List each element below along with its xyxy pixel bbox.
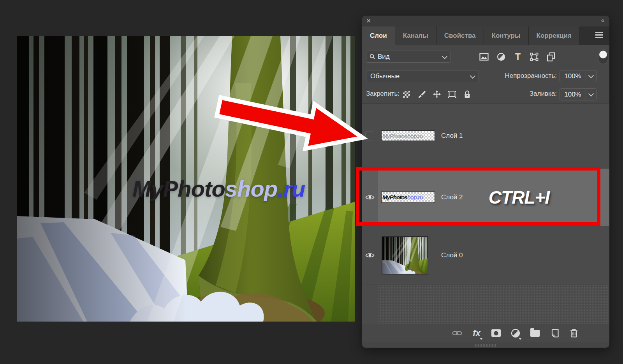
panel-resize-strip [362, 342, 609, 348]
close-icon[interactable]: ✕ [366, 17, 371, 25]
fill-label: Заливка: [530, 90, 557, 98]
link-layers-icon[interactable] [452, 328, 462, 338]
selection-bracket [429, 192, 435, 194]
filter-type-layers-icon[interactable]: T [513, 52, 523, 62]
lock-transparency-icon[interactable] [402, 90, 411, 99]
blend-mode-select[interactable]: Обычные [366, 70, 479, 82]
layer1-thumbnail[interactable]: MyPhotoshop.ru [381, 130, 435, 141]
filtering-toggle[interactable] [598, 49, 608, 64]
new-group-icon[interactable] [530, 328, 540, 338]
chevron-down-icon [588, 91, 594, 96]
mini-arrow-icon [480, 338, 483, 340]
selection-bracket [381, 200, 387, 203]
layer-style-fx-icon[interactable]: fx [472, 328, 482, 338]
layer2-thumbnail[interactable]: MyPhotoshop.ru [381, 192, 435, 203]
layer-row-1[interactable]: MyPhotoshop.ru Слой 1 [362, 104, 609, 169]
chevron-down-icon [470, 73, 475, 79]
filter-row: Вид T [362, 45, 609, 68]
filter-select-label: Вид [378, 53, 390, 61]
opacity-field[interactable]: 100% [560, 70, 597, 82]
layer-name[interactable]: Слой 0 [441, 251, 463, 259]
filter-smart-objects-icon[interactable] [546, 52, 556, 62]
column-divider [378, 104, 378, 324]
layer-row-2[interactable]: MyPhotoshop.ru Слой 2 CTRL+I [362, 169, 609, 226]
add-layer-mask-icon[interactable] [491, 328, 501, 338]
layer-name[interactable]: Слой 2 [441, 193, 463, 201]
lock-all-icon[interactable] [463, 90, 472, 99]
filter-shape-layers-icon[interactable] [529, 52, 539, 62]
filter-adjustment-layers-icon[interactable] [496, 52, 506, 62]
chevron-down-icon [442, 54, 447, 59]
eye-icon[interactable] [365, 194, 375, 200]
lock-artboard-icon[interactable] [447, 90, 457, 99]
selection-bracket [381, 192, 387, 194]
watermark-part-light: shop [225, 176, 278, 201]
watermark-part-blue: .ru [277, 176, 305, 201]
mini-arrow-icon [519, 338, 522, 340]
search-icon [370, 54, 375, 60]
watermark-text: MyPhotoshop.ru [132, 176, 305, 202]
watermark-part-dark: MyPhoto [132, 176, 225, 201]
panel-menu-icon[interactable] [595, 32, 603, 38]
tab-channels[interactable]: Каналы [395, 26, 436, 45]
new-adjustment-layer-icon[interactable] [510, 328, 521, 338]
layer1-thumb-text: MyPhotoshop.ru [382, 133, 423, 139]
fill-value: 100% [560, 89, 586, 100]
tab-properties[interactable]: Свойства [436, 26, 484, 45]
lock-position-icon[interactable] [432, 90, 442, 99]
lock-row: Закрепить: [362, 85, 609, 104]
blend-row: Обычные Непрозрачность: 100% [362, 68, 609, 85]
filter-pixel-layers-icon[interactable] [479, 52, 489, 62]
blend-mode-value: Обычные [370, 72, 399, 80]
layer0-thumb-image [382, 237, 428, 274]
opacity-label: Непрозрачность: [505, 72, 557, 80]
tab-paths[interactable]: Контуры [484, 26, 529, 45]
layer-row-0[interactable]: Слой 0 [362, 226, 609, 285]
layer2-thumb-text-dark: MyPhotos [382, 194, 407, 200]
layers-empty-area [378, 285, 609, 324]
document-canvas[interactable]: MyPhotoshop.ru [17, 36, 355, 322]
photoshop-workspace: MyPhotoshop.ru ✕ « Слои Каналы Свойства … [0, 0, 623, 364]
new-layer-icon[interactable] [549, 328, 560, 338]
layer0-thumbnail[interactable] [382, 236, 428, 274]
collapse-panel-icon[interactable]: « [601, 17, 605, 23]
layers-panel: ✕ « Слои Каналы Свойства Контуры Коррекц… [362, 16, 609, 348]
panel-tabs: Слои Каналы Свойства Контуры Коррекция [362, 26, 609, 45]
selection-bracket [429, 200, 435, 203]
panel-titlebar: ✕ « [362, 16, 609, 26]
fill-field[interactable]: 100% [560, 88, 597, 100]
eye-icon[interactable] [365, 252, 375, 258]
delete-layer-icon[interactable] [569, 328, 579, 338]
tab-layers[interactable]: Слои [362, 26, 395, 45]
layer2-thumb-text-blue: hop.ru [407, 194, 423, 200]
resize-grip[interactable] [475, 344, 497, 347]
tab-adjustments[interactable]: Коррекция [529, 26, 580, 45]
filter-type-select[interactable]: Вид [366, 51, 451, 63]
layers-list: MyPhotoshop.ru Слой 1 MyPhotoshop.ru [362, 104, 609, 324]
hotkey-annotation: CTRL+I [476, 169, 562, 226]
layer-name[interactable]: Слой 1 [441, 132, 463, 140]
red-arrow-annotation [213, 95, 373, 151]
opacity-value: 100% [560, 70, 586, 82]
lock-pixels-icon[interactable] [417, 90, 427, 99]
layers-toolbar: fx [362, 324, 609, 342]
chevron-down-icon [588, 72, 594, 78]
toggle-knob [599, 51, 607, 58]
